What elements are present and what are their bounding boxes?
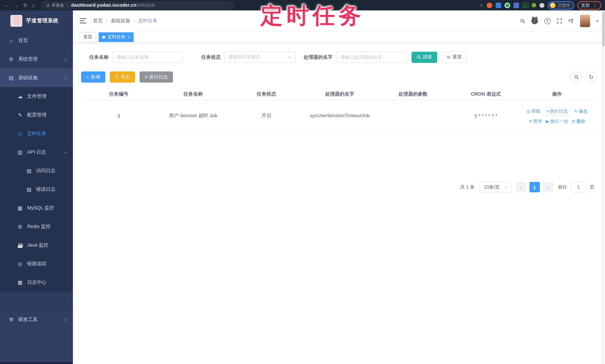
user-menu-caret-icon[interactable]: ▾ (596, 19, 598, 23)
modify-link[interactable]: ✎修改 (574, 108, 588, 114)
sidebar-item-home[interactable]: ⌂ 首页 (0, 31, 73, 50)
detail-link[interactable]: ◎详细 (526, 108, 540, 114)
sidebar-item-mysql-monitor[interactable]: ▦ MySQL 监控 (0, 199, 73, 217)
job-status-label: 任务状态 (199, 54, 221, 60)
breadcrumb-home[interactable]: 首页 (93, 17, 103, 24)
prev-page-button[interactable]: ‹ (515, 182, 526, 192)
not-secure-badge[interactable]: ⚠ 不安全 (46, 2, 64, 8)
sidebar-item-label: MySQL 监控 (27, 205, 54, 211)
edit-icon: ✎ (17, 112, 23, 118)
scrollbar-thumb[interactable] (602, 11, 605, 47)
goto-page-input[interactable] (571, 182, 586, 192)
tab-scheduled-jobs[interactable]: 定时任务 × (99, 32, 134, 42)
bookmark-star-icon[interactable]: ☆ (479, 2, 483, 8)
page-size-select[interactable]: 10条/页 ∨ (479, 182, 511, 192)
list-icon: ≡ (546, 109, 549, 114)
sidebar-item-tracing[interactable]: ◎ 链路追踪 (0, 254, 73, 273)
next-page-button[interactable]: › (543, 182, 553, 192)
browser-back-icon[interactable]: ← (4, 3, 9, 8)
page-scrollbar[interactable] (602, 10, 605, 364)
user-avatar[interactable] (580, 14, 590, 27)
col-handler-param: 处理器的参数 (377, 89, 449, 100)
download-icon: ↧ (115, 75, 119, 79)
sidebar-item-infra[interactable]: ▤ 基础设施 ∧ (0, 68, 73, 87)
browser-home-icon[interactable]: ⌂ (32, 3, 35, 8)
browser-menu-icon[interactable]: ⋮ (593, 2, 598, 8)
toggle-search-icon-button[interactable] (571, 71, 582, 83)
github-icon[interactable] (531, 17, 538, 24)
help-icon[interactable]: ? (544, 18, 551, 24)
refresh-icon: ↻ (447, 55, 451, 59)
sidebar-item-system[interactable]: ⚙ 系统管理 ∨ (0, 50, 73, 68)
cell-actions: ◎详细 ≡执行日志 ✎修改 ✕暂停 ▶执行一次 ⊟删除 (522, 100, 592, 131)
sidebar-item-redis-monitor[interactable]: ≣ Redis 监控 (0, 217, 73, 236)
sidebar-item-error-log[interactable]: ▨ 错误日志 (0, 180, 73, 199)
current-page-button[interactable]: 1 (529, 182, 540, 192)
app-title: 芋道管理系统 (26, 17, 58, 24)
browser-profile-chip[interactable]: 已暂停 (548, 1, 574, 10)
search-button[interactable]: 搜索 (411, 52, 437, 63)
col-job-name: 任务名称 (156, 89, 230, 100)
toolbar-right-icons: ↻ (571, 71, 597, 83)
extension-icon-blue[interactable] (496, 2, 501, 8)
app-logo-block[interactable]: 芋道管理系统 (0, 10, 73, 31)
fullscreen-icon[interactable] (557, 18, 562, 23)
delete-link[interactable]: ⊟删除 (572, 118, 585, 124)
sidebar-item-file-manage[interactable]: ☁ 文件管理 (0, 87, 73, 106)
reset-button[interactable]: ↻ 重置 (442, 52, 467, 63)
breadcrumb-current: 定时任务 (138, 17, 158, 24)
database-icon: ▦ (17, 205, 23, 211)
list-icon: ≡ (145, 75, 147, 79)
timer-icon: ◷ (17, 130, 23, 137)
log-center-icon: ▩ (17, 279, 23, 285)
sidebar-item-label: API 日志 (27, 149, 46, 156)
app-logo-image (10, 15, 22, 27)
job-name-input[interactable] (112, 52, 183, 63)
sidebar-infra-submenu: ☁ 文件管理 ✎ 配置管理 ◷ 定时任务 ▥ API 日志 ∧ ▧ (0, 87, 73, 292)
search-icon[interactable] (520, 18, 525, 23)
sidebar-item-dev-tools[interactable]: ⚒ 研发工具 ∨ (0, 310, 73, 329)
browser-update-group: 更新 ⋮ (578, 1, 601, 10)
sidebar-item-log-center[interactable]: ▩ 日志中心 (0, 273, 73, 292)
sidebar-item-label: 日志中心 (27, 279, 47, 286)
close-icon[interactable]: × (128, 35, 130, 39)
job-status-select[interactable]: 请选择任务状态 ∨ (224, 52, 295, 63)
update-button[interactable]: 更新 (581, 2, 590, 8)
extension-icon-green[interactable] (505, 2, 510, 8)
coffee-icon: ☕ (17, 242, 23, 248)
sidebar-item-label: 首页 (18, 37, 28, 44)
cell-job-id: 3 (81, 100, 156, 131)
export-button[interactable]: ↧ 导出 (110, 71, 135, 83)
sidebar-item-access-log[interactable]: ▧ 访问日志 (0, 161, 73, 180)
exec-log-button[interactable]: ≡ 执行日志 (140, 71, 173, 83)
extension-icon-on-badge[interactable]: on (522, 3, 528, 8)
run-once-link[interactable]: ▶执行一次 (546, 118, 568, 124)
extension-icon-orange[interactable] (487, 2, 492, 8)
eye-icon: ◎ (526, 109, 530, 114)
handler-name-input[interactable] (336, 52, 407, 63)
sidebar-item-label: 研发工具 (18, 316, 38, 323)
sidebar-item-api-log[interactable]: ▥ API 日志 ∧ (0, 143, 73, 161)
page-url[interactable]: dashboard.yudao.iocoder.cn/infra/job (71, 3, 155, 8)
sidebar-item-scheduled-jobs[interactable]: ◷ 定时任务 (0, 124, 73, 143)
goto-group: 前往 页 (558, 182, 594, 192)
sidebar-item-config-manage[interactable]: ✎ 配置管理 (0, 106, 73, 124)
row-exec-log-link[interactable]: ≡执行日志 (544, 107, 570, 116)
font-size-icon[interactable]: TT (568, 18, 574, 24)
sidebar-item-java-monitor[interactable]: ☕ Java 监控 (0, 236, 73, 254)
extensions-puzzle-icon[interactable] (539, 3, 544, 8)
table-row: 3 用户 Session 超时 Job 开启 sysUserSessionTim… (81, 100, 597, 132)
extension-icon-grid[interactable] (513, 2, 519, 8)
tab-home[interactable]: 首页 (80, 32, 96, 42)
browser-reload-icon[interactable]: ↻ (23, 3, 27, 8)
tags-view-bar: 首页 定时任务 × (73, 31, 605, 43)
refresh-table-icon-button[interactable]: ↻ (586, 71, 597, 83)
extension-icon-leaf[interactable] (532, 3, 536, 7)
pause-link[interactable]: ✕暂停 (529, 118, 542, 124)
add-button[interactable]: + 新增 (81, 71, 105, 83)
browser-forward-icon[interactable]: → (13, 3, 19, 8)
breadcrumb-infra[interactable]: 基础设施 (111, 17, 130, 24)
job-name-label: 任务名称 (84, 54, 109, 60)
sidebar-toggle-icon[interactable] (80, 18, 86, 24)
address-bar[interactable]: ⚠ 不安全 | dashboard.yudao.iocoder.cn/infra… (41, 1, 234, 9)
